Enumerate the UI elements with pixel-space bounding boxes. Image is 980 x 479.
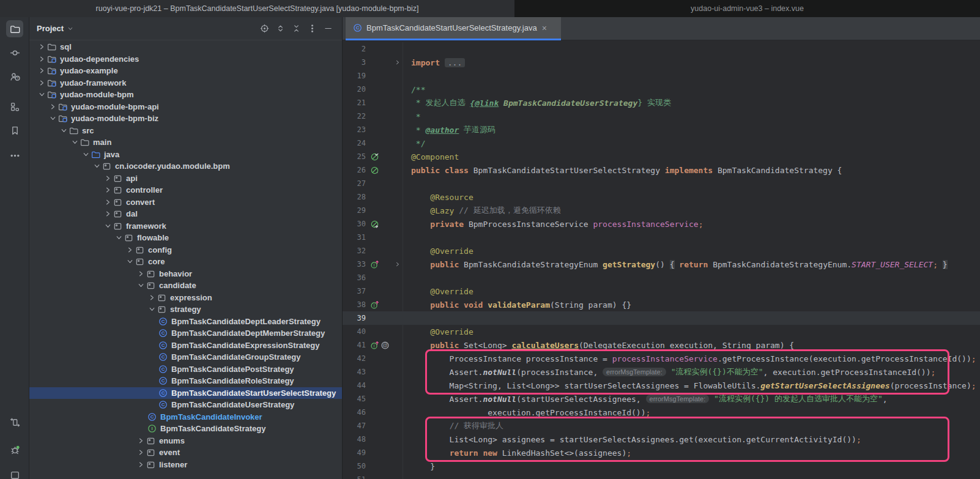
fold-marker-icon[interactable] <box>394 261 403 268</box>
tree-item-dal[interactable]: dal <box>29 208 342 220</box>
chevron-right-icon[interactable] <box>37 54 46 64</box>
chevron-down-icon[interactable] <box>125 257 135 267</box>
tree-item-candidate[interactable]: candidate <box>29 280 342 292</box>
tree-item-yudao-framework[interactable]: yudao-framework <box>29 77 342 89</box>
chevron-down-icon[interactable] <box>114 233 124 243</box>
chevron-right-icon[interactable] <box>48 102 58 111</box>
tree-item-BpmTaskCandidateUserStrategy[interactable]: CBpmTaskCandidateUserStrategy <box>29 399 342 411</box>
chevron-right-icon[interactable] <box>136 448 146 458</box>
tree-item-sql[interactable]: sql <box>29 41 342 53</box>
chevron-right-icon[interactable] <box>125 245 135 254</box>
tree-item-cn.iocoder.yudao.module.bpm[interactable]: cn.iocoder.yudao.module.bpm <box>29 160 342 173</box>
spring-bean-wire-icon[interactable] <box>370 220 379 229</box>
tree-item-yudao-module-bpm[interactable]: yudao-module-bpm <box>29 89 342 101</box>
tree-item-strategy[interactable]: strategy <box>29 303 342 316</box>
tree-item-BpmTaskCandidateExpressionStrategy[interactable]: CBpmTaskCandidateExpressionStrategy <box>29 340 342 352</box>
chevron-right-icon[interactable] <box>37 78 46 87</box>
spring-bean-check-icon[interactable] <box>370 152 379 162</box>
tool-window-button-pull-requests-icon[interactable]: ? <box>6 68 23 85</box>
tool-window-button-services-icon[interactable] <box>6 414 23 431</box>
implementing-method-icon[interactable]: I <box>370 260 379 269</box>
locate-file-icon[interactable] <box>258 22 271 35</box>
tree-item-BpmTaskCandidateStartUserSelectStrategy[interactable]: CBpmTaskCandidateStartUserSelectStrategy <box>29 387 342 399</box>
editor-tab[interactable]: C BpmTaskCandidateStartUserSelectStrateg… <box>346 17 561 40</box>
code-text <box>403 177 980 190</box>
tree-item-main[interactable]: main <box>29 136 342 149</box>
tree-item-controller[interactable]: controller <box>29 184 342 196</box>
tool-window-button-bookmarks-icon[interactable] <box>6 122 23 139</box>
tree-item-config[interactable]: config <box>29 244 342 256</box>
chevron-right-icon[interactable] <box>136 459 146 469</box>
chevron-right-icon[interactable] <box>103 185 113 195</box>
code-text: /** <box>403 83 980 96</box>
titlebar: ruoyi-vue-pro-jdk21 – BpmTaskCandidateSt… <box>0 0 980 17</box>
tree-item-BpmTaskCandidateDeptMemberStrategy[interactable]: CBpmTaskCandidateDeptMemberStrategy <box>29 327 342 340</box>
tree-item-expression[interactable]: expression <box>29 292 342 304</box>
tool-window-button-structure-icon[interactable] <box>6 98 23 115</box>
tree-item-yudao-example[interactable]: yudao-example <box>29 65 342 77</box>
chevron-right-icon[interactable] <box>103 173 113 183</box>
chevron-down-icon[interactable] <box>48 114 58 124</box>
chevron-down-icon[interactable] <box>59 125 69 135</box>
tree-item-BpmTaskCandidateGroupStrategy[interactable]: CBpmTaskCandidateGroupStrategy <box>29 351 342 363</box>
fold-marker-icon[interactable] <box>394 59 403 66</box>
chevron-down-icon[interactable] <box>136 281 146 291</box>
token-semi: ; <box>856 435 861 444</box>
spring-bean-icon[interactable] <box>370 166 379 175</box>
chevron-down-icon[interactable] <box>37 90 46 100</box>
token-plain <box>454 206 459 215</box>
chevron-right-icon[interactable] <box>136 436 146 445</box>
chevron-down-icon[interactable] <box>92 162 102 171</box>
tree-item-core[interactable]: core <box>29 256 342 268</box>
chevron-down-icon[interactable] <box>103 221 113 231</box>
token-doc: * <box>411 112 421 121</box>
chevron-right-icon[interactable] <box>103 209 113 219</box>
tree-item-yudao-module-bpm-api[interactable]: yudao-module-bpm-api <box>29 101 342 113</box>
tree-item-src[interactable]: src <box>29 125 342 137</box>
chevron-right-icon[interactable] <box>103 197 113 207</box>
tree-item-enums[interactable]: enums <box>29 435 342 447</box>
tree-item-BpmTaskCandidateStrategy[interactable]: IBpmTaskCandidateStrategy <box>29 423 342 435</box>
tool-window-button-terminal-icon[interactable] <box>6 467 23 479</box>
chevron-right-icon[interactable] <box>147 292 157 302</box>
collapse-all-icon[interactable] <box>289 22 303 35</box>
tool-window-button-debug-icon[interactable] <box>6 441 23 458</box>
tree-item-yudao-dependencies[interactable]: yudao-dependencies <box>29 53 342 65</box>
inlay-hint: errorMsgTemplate: <box>603 368 666 376</box>
hide-panel-icon[interactable] <box>321 22 335 35</box>
tree-item-framework[interactable]: framework <box>29 220 342 232</box>
code-line-47: 47 // 获得审批人 <box>343 419 980 433</box>
chevron-down-icon[interactable] <box>70 138 80 147</box>
tree-item-api[interactable]: api <box>29 173 342 185</box>
code-editor[interactable]: 23import ...1920/**21 * 发起人自选 {@link Bpm… <box>343 40 980 479</box>
annotated-icon[interactable]: @ <box>380 341 390 350</box>
line-number: 24 <box>343 139 366 147</box>
implementing-method-icon[interactable]: I <box>370 300 379 310</box>
tree-item-flowable[interactable]: flowable <box>29 232 342 244</box>
tree-item-event[interactable]: event <box>29 447 342 459</box>
chevron-right-icon[interactable] <box>136 269 146 278</box>
tree-item-behavior[interactable]: behavior <box>29 268 342 280</box>
tool-window-button-commit-icon[interactable] <box>6 44 23 61</box>
token-semi: ; <box>933 260 938 269</box>
tree-item-BpmTaskCandidateRoleStrategy[interactable]: CBpmTaskCandidateRoleStrategy <box>29 375 342 387</box>
close-tab-icon[interactable]: × <box>542 23 547 33</box>
chevron-right-icon[interactable] <box>37 42 46 52</box>
tree-item-convert[interactable]: convert <box>29 196 342 209</box>
expand-all-icon[interactable] <box>273 22 287 35</box>
tool-window-button-project-icon[interactable] <box>6 20 23 37</box>
chevron-right-icon[interactable] <box>37 66 46 76</box>
tree-item-BpmTaskCandidateDeptLeaderStrategy[interactable]: CBpmTaskCandidateDeptLeaderStrategy <box>29 316 342 328</box>
implementing-method-icon[interactable]: I <box>370 341 379 350</box>
options-menu-icon[interactable] <box>305 22 319 35</box>
chevron-down-icon[interactable] <box>147 305 157 314</box>
chevron-down-icon[interactable] <box>81 149 91 159</box>
tree-item-yudao-module-bpm-biz[interactable]: yudao-module-bpm-biz <box>29 113 342 125</box>
project-panel-title[interactable]: Project <box>37 24 64 33</box>
tree-item-listener[interactable]: listener <box>29 459 342 471</box>
tool-window-button-more-tool-windows-icon[interactable] <box>6 147 23 164</box>
chevron-down-icon[interactable] <box>67 25 74 32</box>
tree-item-BpmTaskCandidatePostStrategy[interactable]: CBpmTaskCandidatePostStrategy <box>29 363 342 376</box>
tree-item-java[interactable]: java <box>29 149 342 161</box>
tree-item-BpmTaskCandidateInvoker[interactable]: CBpmTaskCandidateInvoker <box>29 411 342 423</box>
